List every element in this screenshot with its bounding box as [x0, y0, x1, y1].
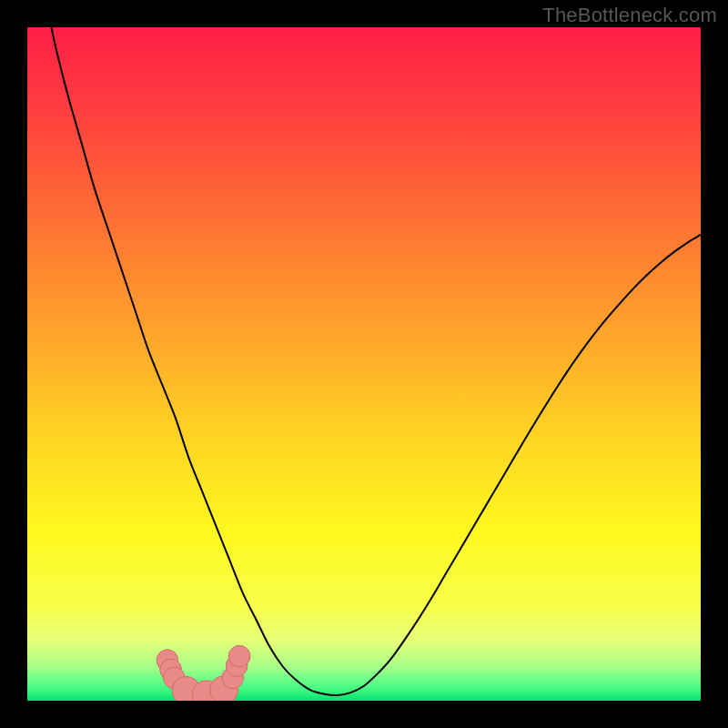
chart-frame: TheBottleneck.com — [0, 0, 728, 728]
curve-marker — [228, 645, 250, 667]
watermark-text: TheBottleneck.com — [542, 4, 717, 27]
gradient-background — [27, 27, 701, 701]
bottleneck-curve-chart — [27, 27, 701, 701]
plot-area — [27, 27, 701, 701]
